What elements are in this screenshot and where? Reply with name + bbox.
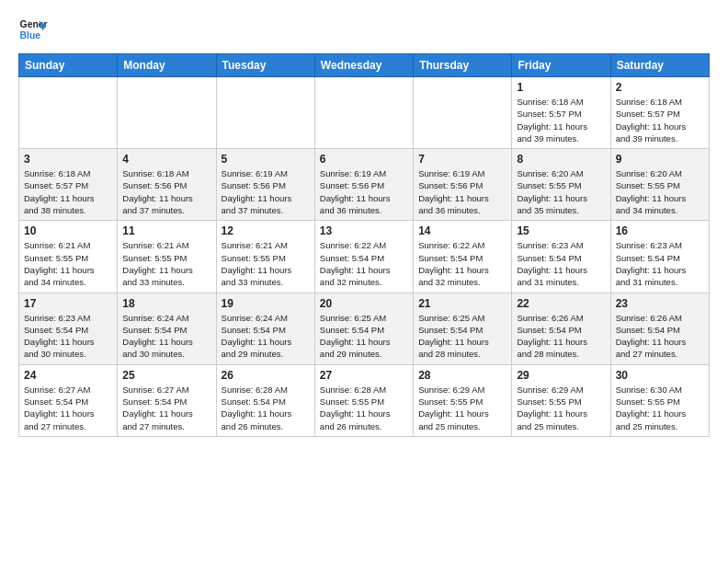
calendar-cell: 19Sunrise: 6:24 AM Sunset: 5:54 PM Dayli… [216, 293, 314, 364]
weekday-header-friday: Friday [512, 54, 610, 77]
calendar-cell [314, 77, 413, 149]
calendar-cell: 29Sunrise: 6:29 AM Sunset: 5:55 PM Dayli… [512, 364, 610, 436]
day-info: Sunrise: 6:23 AM Sunset: 5:54 PM Dayligh… [616, 239, 704, 288]
day-info: Sunrise: 6:24 AM Sunset: 5:54 PM Dayligh… [122, 312, 210, 361]
calendar-cell: 4Sunrise: 6:18 AM Sunset: 5:56 PM Daylig… [118, 149, 216, 221]
day-number: 18 [122, 297, 210, 310]
day-number: 3 [24, 153, 112, 166]
day-number: 23 [616, 297, 704, 310]
calendar-cell: 6Sunrise: 6:19 AM Sunset: 5:56 PM Daylig… [314, 149, 413, 221]
calendar-cell: 27Sunrise: 6:28 AM Sunset: 5:55 PM Dayli… [314, 364, 413, 436]
calendar-cell: 28Sunrise: 6:29 AM Sunset: 5:55 PM Dayli… [414, 364, 512, 436]
day-info: Sunrise: 6:26 AM Sunset: 5:54 PM Dayligh… [616, 312, 704, 361]
day-info: Sunrise: 6:27 AM Sunset: 5:54 PM Dayligh… [122, 384, 210, 432]
calendar-cell: 9Sunrise: 6:20 AM Sunset: 5:55 PM Daylig… [610, 149, 709, 221]
day-number: 15 [517, 224, 605, 237]
calendar-cell [414, 77, 512, 149]
day-number: 9 [616, 153, 704, 166]
calendar-cell [118, 77, 216, 149]
day-info: Sunrise: 6:19 AM Sunset: 5:56 PM Dayligh… [418, 167, 506, 216]
calendar-cell: 11Sunrise: 6:21 AM Sunset: 5:55 PM Dayli… [118, 221, 216, 293]
day-number: 27 [320, 369, 408, 382]
weekday-header-sunday: Sunday [19, 54, 118, 77]
calendar-cell: 13Sunrise: 6:22 AM Sunset: 5:54 PM Dayli… [314, 221, 413, 293]
day-info: Sunrise: 6:30 AM Sunset: 5:55 PM Dayligh… [616, 384, 704, 432]
calendar-cell: 14Sunrise: 6:22 AM Sunset: 5:54 PM Dayli… [414, 221, 512, 293]
day-number: 28 [418, 369, 506, 382]
day-info: Sunrise: 6:26 AM Sunset: 5:54 PM Dayligh… [517, 312, 605, 361]
calendar-cell: 16Sunrise: 6:23 AM Sunset: 5:54 PM Dayli… [610, 221, 709, 293]
day-info: Sunrise: 6:18 AM Sunset: 5:57 PM Dayligh… [616, 96, 704, 144]
day-info: Sunrise: 6:29 AM Sunset: 5:55 PM Dayligh… [517, 384, 605, 432]
calendar-cell: 24Sunrise: 6:27 AM Sunset: 5:54 PM Dayli… [19, 364, 118, 436]
day-number: 29 [517, 369, 605, 382]
day-number: 7 [418, 153, 506, 166]
day-number: 11 [122, 224, 210, 237]
calendar-cell: 25Sunrise: 6:27 AM Sunset: 5:54 PM Dayli… [118, 364, 216, 436]
day-number: 17 [24, 297, 112, 310]
svg-text:Blue: Blue [20, 30, 41, 40]
calendar-cell: 26Sunrise: 6:28 AM Sunset: 5:54 PM Dayli… [216, 364, 314, 436]
day-info: Sunrise: 6:27 AM Sunset: 5:54 PM Dayligh… [24, 384, 112, 432]
day-number: 22 [517, 297, 605, 310]
calendar-cell [216, 77, 314, 149]
calendar-cell: 20Sunrise: 6:25 AM Sunset: 5:54 PM Dayli… [314, 293, 413, 364]
calendar-cell: 7Sunrise: 6:19 AM Sunset: 5:56 PM Daylig… [414, 149, 512, 221]
day-number: 19 [222, 297, 310, 310]
calendar-cell: 17Sunrise: 6:23 AM Sunset: 5:54 PM Dayli… [19, 293, 118, 364]
day-info: Sunrise: 6:25 AM Sunset: 5:54 PM Dayligh… [320, 312, 408, 361]
logo-icon: General Blue [18, 15, 48, 44]
day-number: 13 [320, 224, 408, 237]
weekday-header-thursday: Thursday [414, 54, 512, 77]
calendar: SundayMondayTuesdayWednesdayThursdayFrid… [18, 53, 710, 437]
day-info: Sunrise: 6:18 AM Sunset: 5:56 PM Dayligh… [122, 167, 210, 216]
weekday-header-monday: Monday [118, 54, 216, 77]
day-number: 14 [418, 224, 506, 237]
page: General Blue SundayMondayTuesdayWednesda… [0, 0, 728, 563]
day-number: 16 [616, 224, 704, 237]
day-number: 10 [24, 224, 112, 237]
day-number: 20 [320, 297, 408, 310]
calendar-cell: 8Sunrise: 6:20 AM Sunset: 5:55 PM Daylig… [512, 149, 610, 221]
calendar-cell: 22Sunrise: 6:26 AM Sunset: 5:54 PM Dayli… [512, 293, 610, 364]
day-number: 24 [24, 369, 112, 382]
weekday-header-saturday: Saturday [610, 54, 709, 77]
logo: General Blue [18, 15, 48, 44]
day-info: Sunrise: 6:23 AM Sunset: 5:54 PM Dayligh… [517, 239, 605, 288]
day-info: Sunrise: 6:25 AM Sunset: 5:54 PM Dayligh… [418, 312, 506, 361]
calendar-cell: 15Sunrise: 6:23 AM Sunset: 5:54 PM Dayli… [512, 221, 610, 293]
header: General Blue [18, 15, 710, 44]
calendar-cell [19, 77, 118, 149]
day-info: Sunrise: 6:18 AM Sunset: 5:57 PM Dayligh… [24, 167, 112, 216]
calendar-cell: 12Sunrise: 6:21 AM Sunset: 5:55 PM Dayli… [216, 221, 314, 293]
day-number: 25 [122, 369, 210, 382]
day-number: 5 [222, 153, 310, 166]
day-info: Sunrise: 6:19 AM Sunset: 5:56 PM Dayligh… [320, 167, 408, 216]
day-number: 6 [320, 153, 408, 166]
calendar-cell: 2Sunrise: 6:18 AM Sunset: 5:57 PM Daylig… [610, 77, 709, 149]
day-info: Sunrise: 6:21 AM Sunset: 5:55 PM Dayligh… [24, 239, 112, 288]
day-number: 8 [517, 153, 605, 166]
day-number: 2 [616, 81, 704, 94]
weekday-header-wednesday: Wednesday [314, 54, 413, 77]
calendar-cell: 30Sunrise: 6:30 AM Sunset: 5:55 PM Dayli… [610, 364, 709, 436]
day-info: Sunrise: 6:22 AM Sunset: 5:54 PM Dayligh… [418, 239, 506, 288]
day-info: Sunrise: 6:19 AM Sunset: 5:56 PM Dayligh… [222, 167, 310, 216]
calendar-cell: 18Sunrise: 6:24 AM Sunset: 5:54 PM Dayli… [118, 293, 216, 364]
day-info: Sunrise: 6:21 AM Sunset: 5:55 PM Dayligh… [222, 239, 310, 288]
day-info: Sunrise: 6:21 AM Sunset: 5:55 PM Dayligh… [122, 239, 210, 288]
day-number: 30 [616, 369, 704, 382]
calendar-cell: 23Sunrise: 6:26 AM Sunset: 5:54 PM Dayli… [610, 293, 709, 364]
day-info: Sunrise: 6:28 AM Sunset: 5:54 PM Dayligh… [222, 384, 310, 432]
day-info: Sunrise: 6:24 AM Sunset: 5:54 PM Dayligh… [222, 312, 310, 361]
day-number: 1 [517, 81, 605, 94]
day-number: 26 [222, 369, 310, 382]
day-info: Sunrise: 6:22 AM Sunset: 5:54 PM Dayligh… [320, 239, 408, 288]
day-info: Sunrise: 6:20 AM Sunset: 5:55 PM Dayligh… [517, 167, 605, 216]
calendar-cell: 3Sunrise: 6:18 AM Sunset: 5:57 PM Daylig… [19, 149, 118, 221]
calendar-cell: 5Sunrise: 6:19 AM Sunset: 5:56 PM Daylig… [216, 149, 314, 221]
day-number: 21 [418, 297, 506, 310]
calendar-cell: 21Sunrise: 6:25 AM Sunset: 5:54 PM Dayli… [414, 293, 512, 364]
calendar-cell: 10Sunrise: 6:21 AM Sunset: 5:55 PM Dayli… [19, 221, 118, 293]
day-info: Sunrise: 6:23 AM Sunset: 5:54 PM Dayligh… [24, 312, 112, 361]
